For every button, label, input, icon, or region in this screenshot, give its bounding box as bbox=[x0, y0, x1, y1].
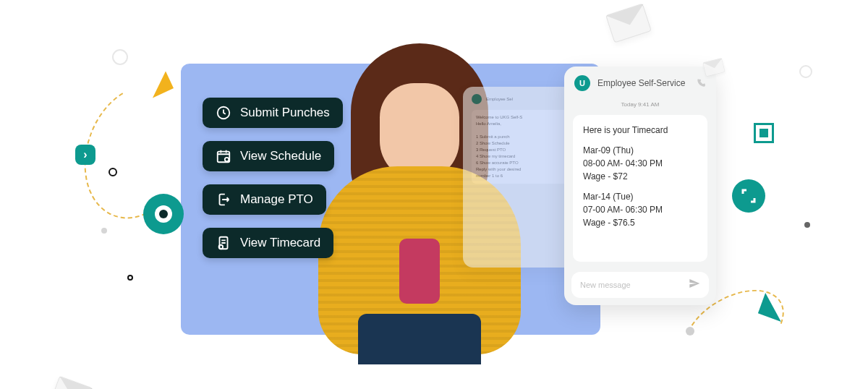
envelope-icon bbox=[51, 376, 93, 389]
dot-decoration bbox=[804, 222, 810, 228]
input-placeholder: New message bbox=[580, 281, 689, 289]
entry-date: Mar-14 (Tue) bbox=[583, 190, 697, 203]
avatar bbox=[472, 94, 482, 104]
entry-wage: Wage - $72 bbox=[583, 170, 697, 183]
dot-decoration bbox=[101, 228, 107, 234]
action-label: Manage PTO bbox=[240, 192, 313, 207]
action-list: Submit Punches View Schedule Manage PTO … bbox=[203, 98, 343, 258]
square-icon bbox=[754, 123, 774, 143]
chat-title: Employee Self-Service bbox=[597, 78, 685, 88]
entry-hours: 08-00 AM- 04:30 PM bbox=[583, 157, 697, 170]
crop-badge-icon bbox=[732, 179, 765, 213]
ring-decoration bbox=[112, 49, 128, 65]
entry-wage: Wage - $76.5 bbox=[583, 216, 697, 229]
bubble-heading: Here is your Timecard bbox=[583, 124, 697, 137]
chat-message: Welcome to UKG Self-S Hello Amelia, 1 Su… bbox=[472, 110, 577, 184]
action-label: View Schedule bbox=[240, 149, 321, 163]
chat-timeline: Today 9:41 AM bbox=[564, 100, 716, 112]
chat-header: U Employee Self-Service bbox=[564, 67, 716, 100]
dot-decoration bbox=[686, 327, 694, 335]
arrow-badge-icon: › bbox=[75, 145, 95, 165]
action-label: Submit Punches bbox=[240, 106, 330, 120]
clock-icon bbox=[216, 105, 231, 121]
timecard-icon bbox=[216, 235, 231, 251]
svg-point-3 bbox=[219, 245, 224, 249]
ring-decoration bbox=[109, 168, 117, 176]
calendar-icon bbox=[216, 148, 231, 164]
view-schedule-button[interactable]: View Schedule bbox=[203, 141, 334, 171]
timecard-entry: Mar-14 (Tue) 07-00 AM- 06:30 PM Wage - $… bbox=[583, 190, 697, 229]
eye-badge-icon bbox=[143, 194, 184, 234]
svg-point-2 bbox=[225, 158, 229, 162]
message-input[interactable]: New message bbox=[571, 272, 709, 298]
entry-hours: 07-00 AM- 06:30 PM bbox=[583, 203, 697, 216]
envelope-icon bbox=[702, 58, 725, 77]
submit-punches-button[interactable]: Submit Punches bbox=[203, 98, 343, 128]
phone-icon[interactable] bbox=[696, 78, 706, 88]
envelope-icon bbox=[605, 4, 652, 43]
chat-bubble: Here is your Timecard Mar-09 (Thu) 08-00… bbox=[573, 115, 707, 262]
entry-date: Mar-09 (Thu) bbox=[583, 144, 697, 157]
manage-pto-button[interactable]: Manage PTO bbox=[203, 184, 326, 215]
logout-icon bbox=[216, 192, 231, 208]
action-label: View Timecard bbox=[240, 236, 320, 250]
timecard-entry: Mar-09 (Thu) 08-00 AM- 04:30 PM Wage - $… bbox=[583, 144, 697, 183]
ring-decoration bbox=[799, 65, 812, 78]
ring-decoration bbox=[127, 275, 133, 281]
chat-title: Employee Sel bbox=[486, 97, 513, 101]
avatar: U bbox=[574, 75, 590, 91]
send-icon[interactable] bbox=[689, 278, 700, 292]
chat-card: U Employee Self-Service Today 9:41 AM He… bbox=[564, 67, 716, 305]
view-timecard-button[interactable]: View Timecard bbox=[203, 228, 333, 258]
